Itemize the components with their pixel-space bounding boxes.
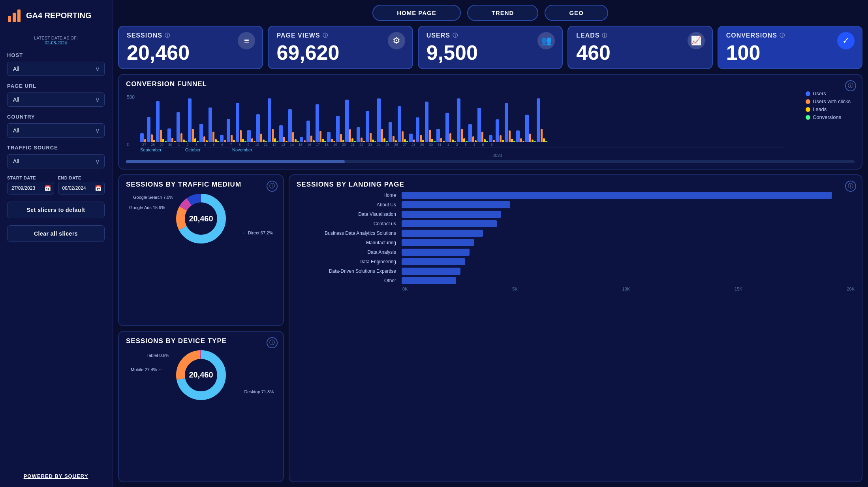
device-type-center: 20,460 xyxy=(189,370,213,379)
landing-fill-1 xyxy=(402,201,510,208)
bar-31-1 xyxy=(449,133,451,142)
bar-group-12 xyxy=(256,114,267,142)
bar-12-0 xyxy=(256,114,260,142)
bar-18-3 xyxy=(324,141,326,142)
legend-leads: Leads xyxy=(806,106,851,112)
bar-group-35 xyxy=(489,135,495,142)
device-type-info-button[interactable]: ⓘ xyxy=(267,337,278,348)
x-label-22: 19 xyxy=(331,143,339,147)
bar-21-0 xyxy=(345,100,349,142)
bar-17-0 xyxy=(306,121,310,142)
bar-30-0 xyxy=(436,129,440,142)
latest-date-value: 02-08-2024 xyxy=(45,40,67,45)
x-label-37: 3 xyxy=(462,143,470,147)
bar-19-1 xyxy=(331,139,333,142)
end-date-wrap[interactable]: 📅 xyxy=(58,182,105,194)
bar-30-1 xyxy=(440,138,442,142)
leads-info-icon[interactable]: ⓘ xyxy=(602,32,607,39)
kpi-conversions-title: CONVERSIONS ⓘ xyxy=(726,32,854,39)
bar-37-2 xyxy=(511,139,513,142)
users-info-icon[interactable]: ⓘ xyxy=(453,32,458,39)
bar-18-1 xyxy=(319,131,321,142)
x-label-36: 2 xyxy=(453,143,461,147)
traffic-google-ads-label: Google Ads 15.9% xyxy=(129,205,165,210)
bar-group-16 xyxy=(300,137,306,142)
kpi-pageviews-value: 69,620 xyxy=(276,42,404,63)
bar-38-1 xyxy=(520,138,522,142)
bar-28-0 xyxy=(416,117,419,142)
pageviews-info-icon[interactable]: ⓘ xyxy=(323,32,328,39)
bar-35-1 xyxy=(493,140,495,142)
bar-37-3 xyxy=(513,141,515,142)
nav-trend[interactable]: TREND xyxy=(467,5,539,21)
bar-18-2 xyxy=(322,139,324,142)
traffic-medium-info-button[interactable]: ⓘ xyxy=(267,181,278,192)
bar-24-2 xyxy=(383,138,385,142)
page-url-select-wrapper[interactable]: All xyxy=(7,92,105,107)
bar-40-1 xyxy=(541,129,543,142)
page-url-select[interactable]: All xyxy=(7,92,105,107)
bar-40-0 xyxy=(537,98,540,142)
funnel-info-button[interactable]: ⓘ xyxy=(845,80,856,91)
bar-group-36 xyxy=(496,119,504,142)
bar-group-30 xyxy=(436,129,445,142)
landing-label-5: Manufacturing xyxy=(297,240,399,245)
bar-5-0 xyxy=(188,98,192,142)
bar-36-2 xyxy=(502,140,504,142)
traffic-medium-title: SESSIONS BY TRAFFIC MEDIUM xyxy=(126,181,276,189)
traffic-select-wrapper[interactable]: All xyxy=(7,154,105,168)
landing-axis-label-0: 0K xyxy=(402,287,408,291)
bar-4-2 xyxy=(183,140,185,142)
nav-geo[interactable]: GEO xyxy=(545,5,608,21)
bar-group-29 xyxy=(425,102,436,142)
bar-group-40 xyxy=(537,98,547,142)
legend-users-dot xyxy=(806,91,810,96)
start-date-wrap[interactable]: 📅 xyxy=(7,182,54,194)
month-nov: November xyxy=(232,147,252,152)
bar-8-0 xyxy=(220,135,224,142)
host-select-wrapper[interactable]: All xyxy=(7,62,105,76)
host-select[interactable]: All xyxy=(7,62,105,76)
set-slicers-button[interactable]: Set slicers to default xyxy=(7,202,105,218)
bar-23-2 xyxy=(372,140,374,142)
bar-34-1 xyxy=(481,132,483,142)
bar-31-0 xyxy=(445,113,449,142)
landing-track-0 xyxy=(402,192,855,199)
users-icon: 👥 xyxy=(537,32,555,49)
funnel-scrollbar-track[interactable] xyxy=(126,160,855,163)
clear-slicers-button[interactable]: Clear all slicers xyxy=(7,225,105,242)
y-label-0: 0 xyxy=(127,142,130,147)
kpi-users: USERS ⓘ 9,500 👥 xyxy=(418,26,563,69)
svg-rect-1 xyxy=(13,13,16,22)
conversions-info-icon[interactable]: ⓘ xyxy=(780,32,785,39)
kpi-sessions-value: 20,460 xyxy=(127,42,254,63)
bar-27-1 xyxy=(413,140,415,142)
bar-16-0 xyxy=(300,137,303,142)
landing-label-7: Data Engineering xyxy=(297,259,399,264)
bar-12-3 xyxy=(265,141,267,142)
bar-group-1 xyxy=(147,117,155,142)
svg-rect-2 xyxy=(17,9,21,22)
bar-11-1 xyxy=(251,138,253,142)
traffic-label: TRAFFIC SOURCE xyxy=(7,145,105,151)
country-select[interactable]: All xyxy=(7,123,105,138)
landing-row-3: Contact us xyxy=(297,220,855,227)
traffic-medium-donut: 20,460 Google Search 7.0% Google Ads 15.… xyxy=(126,191,276,246)
traffic-google-search-label: Google Search 7.0% xyxy=(133,195,173,200)
bar-15-3 xyxy=(297,141,299,142)
funnel-scrollbar-thumb[interactable] xyxy=(126,160,345,163)
sessions-info-icon[interactable]: ⓘ xyxy=(165,32,170,39)
x-label-8: 5 xyxy=(210,143,218,147)
traffic-filter: TRAFFIC SOURCE All xyxy=(7,145,105,168)
nav-home-page[interactable]: HOME PAGE xyxy=(372,5,461,21)
bar-24-1 xyxy=(381,129,383,142)
bar-11-0 xyxy=(247,130,251,142)
bar-14-1 xyxy=(283,137,285,142)
bar-33-2 xyxy=(475,140,477,142)
country-select-wrapper[interactable]: All xyxy=(7,123,105,138)
traffic-select[interactable]: All xyxy=(7,154,105,168)
x-label-20: 17 xyxy=(314,143,322,147)
bar-21-1 xyxy=(349,129,351,142)
landing-page-info-button[interactable]: ⓘ xyxy=(845,181,856,192)
x-label-23: 20 xyxy=(340,143,348,147)
